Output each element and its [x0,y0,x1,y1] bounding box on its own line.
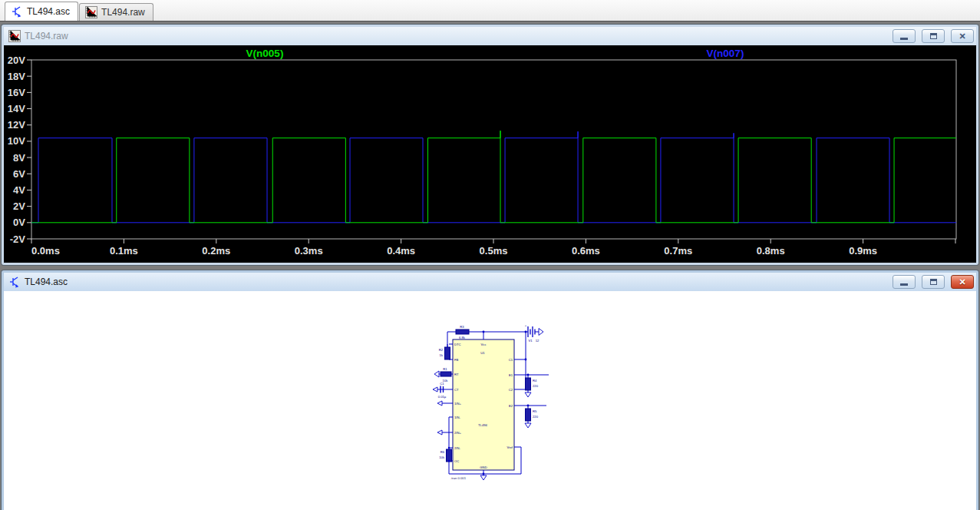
x-tick-label: 0.5ms [480,245,508,257]
ic-part: TL494 [478,423,488,427]
close-button[interactable]: ✕ [951,275,974,289]
y-tick-label: 2V [13,200,25,212]
component-ref: R2 [439,348,444,352]
ground-down-icon [525,392,531,397]
tab-schematic[interactable]: TL494.asc [5,2,78,21]
component-value: 0.01µ [438,395,447,399]
ground-left-icon [433,387,437,392]
ic-body[interactable] [453,339,514,470]
close-button[interactable]: ✕ [951,29,974,43]
x-tick-label: 0.0ms [31,245,60,257]
resistor-r5[interactable] [526,409,531,421]
y-tick-label: 16V [8,87,25,98]
resistor-r2[interactable] [445,347,450,359]
pin-label: FB [454,358,459,362]
component-ref: C1 [440,382,444,386]
component-value: 220 [533,415,539,419]
battery-v1[interactable] [528,326,535,337]
component-ref: R6 [441,450,445,454]
component-value: 220 [533,384,539,388]
component-value: 6.8k [459,336,466,339]
pin-label: 1IN- [454,416,461,419]
restore-button[interactable] [922,275,945,289]
waveform-plot[interactable]: 20V18V16V14V12V10V8V6V4V2V0V-2V0.0ms0.1m… [4,45,976,263]
pin-label-vcc: Vcc [481,343,487,346]
x-tick-label: 0.6ms [572,245,600,257]
x-tick-label: 0.8ms [757,245,785,257]
spice-directive[interactable]: .tran 0.001 [450,476,467,480]
waveform-plot-area[interactable]: 20V18V16V14V12V10V8V6V4V2V0V-2V0.0ms0.1m… [4,45,976,263]
restore-button[interactable] [922,29,945,43]
pin-label: OC [454,459,459,463]
component-ref: V1 [528,339,533,343]
y-tick-label: 8V [13,152,25,164]
y-tick-label: 14V [8,103,25,114]
component-ref: R4 [533,379,537,382]
x-tick-label: 0.7ms [664,245,692,257]
pin-label: CT [454,388,459,392]
resistor-r4[interactable] [526,378,531,390]
x-tick-label: 0.3ms [295,245,323,257]
minimize-button[interactable] [893,275,916,289]
y-tick-label: 10V [8,135,25,147]
ic-ref: U1 [480,351,485,355]
ground-right-icon [539,329,543,336]
ground-left-icon [437,430,442,435]
ground-left-icon [437,401,442,406]
plot-frame [31,60,956,239]
tab-waveform-label: TL494.raw [101,7,145,18]
tl494-circuit: Vcc U1 TL494 GND DTC FB RT CT 1IN+ 1IN- … [424,316,558,489]
resistor-r6[interactable] [447,449,452,462]
pin-label: E1 [509,373,513,377]
schematic-icon [11,5,23,18]
legend-V(n005)[interactable]: V(n005) [246,48,284,59]
waveform-window-title: TL494.raw [25,31,886,41]
battery-plus-sign: + [525,323,527,327]
y-tick-label: -2V [10,233,26,245]
schematic-window: TL494.asc ✕ [2,270,978,510]
schematic-window-icon [8,276,21,288]
legend-V(n007)[interactable]: V(n007) [707,48,744,59]
component-value: 1k [440,353,444,357]
schematic-window-title: TL494.asc [25,277,886,287]
pin-label: C2 [509,388,513,392]
schematic-canvas[interactable]: Vcc U1 TL494 GND DTC FB RT CT 1IN+ 1IN- … [4,291,976,510]
tab-waveform[interactable]: TL494.raw [79,3,153,21]
component-ref: R1 [443,367,447,371]
y-tick-label: 0V [13,217,25,228]
pin-label: RT [454,373,459,376]
tab-schematic-label: TL494.asc [27,6,70,17]
pin-label: Vref [506,445,513,449]
resistor-r3[interactable] [456,330,469,334]
pin-label: 2IN- [454,446,461,450]
component-ref: R5 [533,409,537,413]
waveform-window-titlebar[interactable]: TL494.raw ✕ [4,27,976,45]
minimize-icon [900,38,908,40]
pin-label: 2IN+ [454,431,462,435]
minimize-button[interactable] [893,29,916,43]
x-tick-label: 0.9ms [849,245,877,257]
waveform-icon [85,6,97,18]
component-ref: R3 [460,325,464,329]
x-tick-label: 0.2ms [202,245,230,257]
waveform-window: TL494.raw ✕ 20V18V16V14V12V10V8V6V4V2V0V… [2,25,978,265]
document-tab-bar: TL494.asc TL494.raw [0,0,980,22]
y-tick-label: 6V [13,168,25,180]
restore-icon [930,279,937,285]
y-tick-label: 12V [8,119,25,131]
pin-label: DTC [454,343,461,346]
pin-label: 1IN+ [454,402,462,406]
ground-down-icon [525,423,531,428]
trace-V(n007)[interactable] [31,131,956,223]
x-tick-label: 0.4ms [387,245,415,257]
restore-icon [930,33,937,39]
y-tick-label: 4V [13,184,25,196]
resistor-r1[interactable] [441,372,451,376]
schematic-window-titlebar[interactable]: TL494.asc ✕ [4,273,976,291]
component-value: 10k [439,455,445,459]
minimize-icon [900,283,908,286]
pin-label: C1 [509,358,513,362]
close-icon: ✕ [959,278,965,286]
trace-V(n005)[interactable] [31,131,956,223]
component-value: 12 [536,339,539,343]
